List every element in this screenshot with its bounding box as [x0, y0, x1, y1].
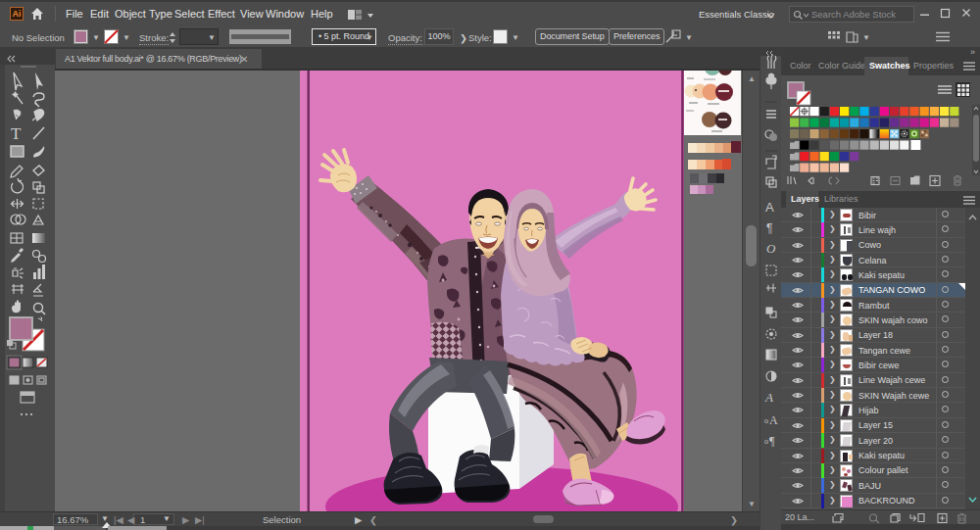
- svg-text:¶: ¶: [766, 221, 772, 235]
- svg-text:T: T: [11, 124, 22, 143]
- svg-text:o: o: [764, 416, 768, 425]
- svg-text:A: A: [765, 200, 774, 215]
- svg-text:A: A: [769, 413, 778, 427]
- svg-text:O: O: [766, 241, 776, 256]
- svg-text:¶: ¶: [769, 434, 775, 448]
- svg-text:A: A: [764, 390, 773, 405]
- svg-text:o: o: [764, 437, 768, 446]
